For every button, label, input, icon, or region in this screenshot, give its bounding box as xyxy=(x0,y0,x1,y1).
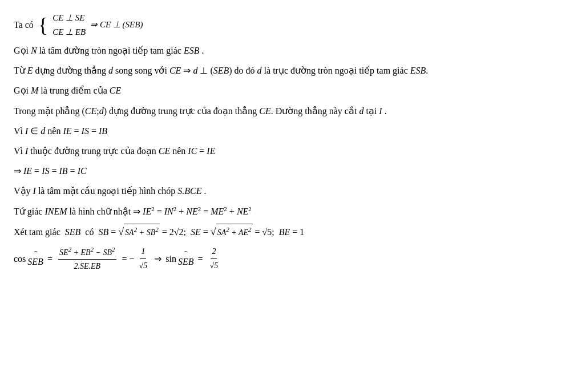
sin-label: sin xyxy=(165,251,176,266)
equals-3: = xyxy=(196,251,205,266)
sin-numerator: 2 xyxy=(211,245,217,259)
paragraph-11: Xét tam giác SEB có SB = √SA2 + SB2 = 2√… xyxy=(14,224,572,240)
paragraph-6: Vì I ∈ d nên IE = IS = IB xyxy=(14,123,572,139)
paragraph-7: Vì I thuộc đường trung trực của đoạn CE … xyxy=(14,143,572,159)
arc-seb-2: ⌢ SEB xyxy=(178,248,194,269)
sqrt-sa2ae2: √SA2 + AE2 xyxy=(211,224,253,239)
brace-line-1: CE ⊥ SE xyxy=(52,11,86,25)
sqrt-symbol-2: √ xyxy=(211,227,216,237)
paragraph-9: Vậy I là tâm mặt cầu ngoại tiếp hình chó… xyxy=(14,183,572,199)
cos-numerator: SE2 + EB2 − SB2 xyxy=(58,244,116,260)
cos-label: cos xyxy=(14,251,26,266)
left-brace: { xyxy=(38,15,48,35)
neg-denominator: √5 xyxy=(138,259,149,273)
equals-1: = xyxy=(45,251,55,266)
paragraph-12: cos ⌢ SEB = SE2 + EB2 − SB2 2.SE.EB = − … xyxy=(14,244,572,273)
paragraph-2: Gọi N là tâm đường tròn ngoại tiếp tam g… xyxy=(14,43,572,58)
paragraph-4: Gọi M là trung điểm của CE xyxy=(14,83,572,98)
sin-denominator: √5 xyxy=(209,259,220,273)
neg-fraction: 1 √5 xyxy=(138,245,149,273)
brace-line-2: CE ⊥ EB xyxy=(52,26,86,39)
sqrt-symbol-1: √ xyxy=(118,227,124,237)
cos-fraction: SE2 + EB2 − SB2 2.SE.EB xyxy=(58,244,116,273)
formula-line-1: Ta có { CE ⊥ SE CE ⊥ EB ⇒ CE ⊥ (SEB) xyxy=(14,11,572,38)
cos-denominator: 2.SE.EB xyxy=(72,260,102,273)
prefix-taco: Ta có xyxy=(14,17,34,33)
paragraph-10: Tứ giác INEM là hình chữ nhật ⇒ IE2 = IN… xyxy=(14,204,572,220)
implies: ⇒ xyxy=(152,251,164,266)
brace-system: CE ⊥ SE CE ⊥ EB xyxy=(52,11,86,38)
main-content: Ta có { CE ⊥ SE CE ⊥ EB ⇒ CE ⊥ (SEB) Gọi… xyxy=(14,11,572,273)
sqrt-content-2: SA2 + AE2 xyxy=(216,224,253,239)
sqrt-sa2sb2: √SA2 + SB2 xyxy=(118,224,159,239)
equals-2: = − xyxy=(120,251,135,266)
paragraph-5: Trong mặt phẳng (CE;d) dựng đường trung … xyxy=(14,103,572,119)
sin-fraction: 2 √5 xyxy=(209,245,220,273)
paragraph-8: ⇒ IE = IS = IB = IC xyxy=(14,163,572,179)
paragraph-3: Từ E dựng đường thẳng d song song với CE… xyxy=(14,63,572,78)
arc-seb: ⌢ SEB xyxy=(27,248,43,269)
neg-numerator: 1 xyxy=(140,245,146,259)
brace-result: ⇒ CE ⊥ (SEB) xyxy=(90,18,143,33)
sqrt-content-1: SA2 + SB2 xyxy=(124,224,160,239)
